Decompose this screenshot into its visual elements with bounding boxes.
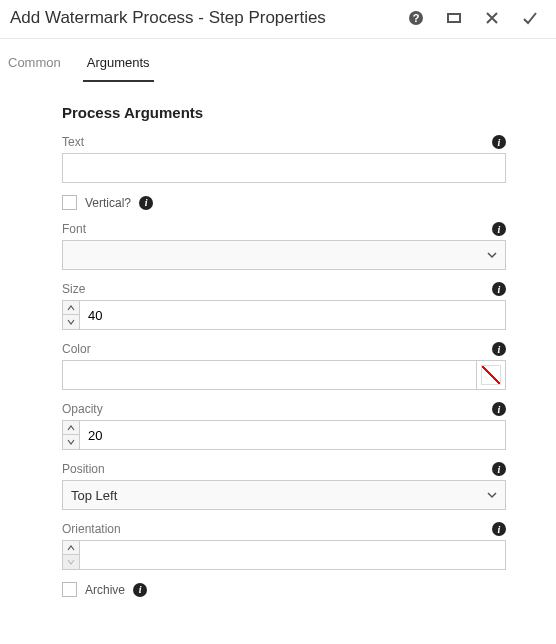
orientation-label: Orientation — [62, 522, 121, 536]
field-opacity: Opacity i — [62, 402, 506, 450]
field-archive: Archive i — [62, 582, 506, 597]
font-label: Font — [62, 222, 86, 236]
size-input[interactable] — [80, 300, 506, 330]
archive-label: Archive — [85, 583, 125, 597]
fullscreen-icon[interactable] — [446, 10, 462, 26]
field-text: Text i — [62, 135, 506, 183]
no-color-icon — [481, 365, 501, 385]
field-font: Font i — [62, 222, 506, 270]
text-input[interactable] — [62, 153, 506, 183]
section-title: Process Arguments — [62, 104, 506, 121]
opacity-step-down[interactable] — [62, 435, 80, 450]
field-orientation: Orientation i — [62, 522, 506, 570]
field-position: Position i Top Left — [62, 462, 506, 510]
opacity-input[interactable] — [80, 420, 506, 450]
tab-arguments[interactable]: Arguments — [83, 49, 154, 82]
position-value: Top Left — [71, 488, 117, 503]
info-icon[interactable]: i — [492, 522, 506, 536]
close-icon[interactable] — [484, 10, 500, 26]
tab-bar: Common Arguments — [0, 39, 556, 82]
position-select[interactable]: Top Left — [62, 480, 506, 510]
info-icon[interactable]: i — [492, 402, 506, 416]
field-size: Size i — [62, 282, 506, 330]
text-label: Text — [62, 135, 84, 149]
position-label: Position — [62, 462, 105, 476]
size-step-down[interactable] — [62, 315, 80, 330]
info-icon[interactable]: i — [492, 342, 506, 356]
size-step-up[interactable] — [62, 300, 80, 315]
svg-text:?: ? — [413, 12, 420, 24]
color-picker-button[interactable] — [477, 361, 505, 389]
color-input-wrap — [62, 360, 506, 390]
font-select[interactable] — [62, 240, 506, 270]
svg-rect-2 — [448, 14, 460, 22]
info-icon[interactable]: i — [133, 583, 147, 597]
info-icon[interactable]: i — [139, 196, 153, 210]
orientation-input[interactable] — [80, 540, 506, 570]
info-icon[interactable]: i — [492, 222, 506, 236]
tab-common[interactable]: Common — [4, 49, 65, 82]
field-vertical: Vertical? i — [62, 195, 506, 210]
opacity-step-up[interactable] — [62, 420, 80, 435]
archive-checkbox[interactable] — [62, 582, 77, 597]
help-icon[interactable]: ? — [408, 10, 424, 26]
orientation-step-up[interactable] — [62, 540, 80, 555]
info-icon[interactable]: i — [492, 462, 506, 476]
vertical-checkbox[interactable] — [62, 195, 77, 210]
opacity-label: Opacity — [62, 402, 103, 416]
orientation-step-down — [62, 555, 80, 570]
size-label: Size — [62, 282, 85, 296]
color-label: Color — [62, 342, 91, 356]
dialog-title: Add Watermark Process - Step Properties — [10, 8, 408, 28]
chevron-down-icon — [487, 250, 497, 260]
header-actions: ? — [408, 10, 544, 26]
dialog-header: Add Watermark Process - Step Properties … — [0, 0, 556, 39]
field-color: Color i — [62, 342, 506, 390]
info-icon[interactable]: i — [492, 135, 506, 149]
color-input[interactable] — [63, 361, 477, 389]
confirm-icon[interactable] — [522, 10, 538, 26]
vertical-label: Vertical? — [85, 196, 131, 210]
chevron-down-icon — [487, 490, 497, 500]
form-content: Process Arguments Text i Vertical? i Fon… — [0, 82, 556, 597]
info-icon[interactable]: i — [492, 282, 506, 296]
